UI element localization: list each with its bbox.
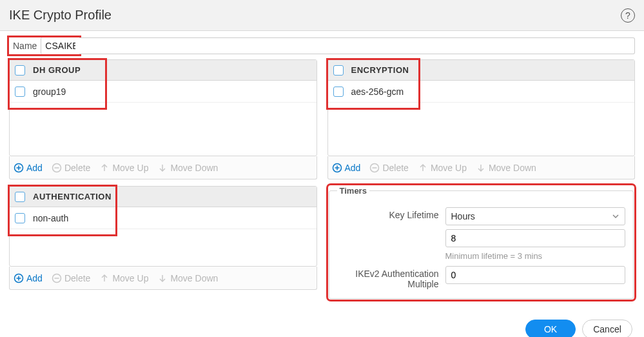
name-field[interactable] [41,37,79,54]
help-icon[interactable]: ? [621,8,635,23]
dh-group-header-label: DH Group [33,65,81,75]
ikev2-auth-multiple-input[interactable] [445,266,626,284]
move-down-button[interactable]: Move Down [157,163,218,173]
delete-button[interactable]: Delete [52,163,90,173]
arrow-up-icon [99,163,110,173]
encryption-header-label: Encryption [351,65,409,75]
arrow-up-icon [99,273,110,283]
dh-group-header[interactable]: DH Group [10,60,317,81]
add-button[interactable]: Add [332,163,361,173]
name-label: Name [9,38,41,54]
minus-circle-icon [369,163,380,173]
key-lifetime-value-input[interactable] [445,229,626,247]
authentication-list: Authentication non-auth [9,186,317,267]
arrow-up-icon [418,163,428,173]
list-item-label: aes-256-gcm [351,87,404,97]
checkbox-icon[interactable] [333,87,344,97]
timers-legend: Timers [337,186,369,196]
minus-circle-icon [52,163,62,173]
list-item[interactable]: group19 [10,81,317,103]
move-up-button[interactable]: Move Up [99,163,148,173]
move-down-button[interactable]: Move Down [476,163,536,173]
key-lifetime-unit-value: Hours [451,211,475,221]
arrow-down-icon [157,273,168,283]
move-up-button[interactable]: Move Up [418,163,467,173]
ok-button[interactable]: OK [525,320,576,337]
checkbox-icon[interactable] [333,65,344,76]
key-lifetime-hint: Minimum lifetime = 3 mins [445,251,626,261]
encryption-header[interactable]: Encryption [328,60,635,81]
checkbox-icon[interactable] [15,65,25,76]
list-item[interactable]: aes-256-gcm [328,81,635,103]
add-button[interactable]: Add [14,273,43,283]
arrow-down-icon [476,163,486,173]
plus-circle-icon [332,163,342,173]
list-item-label: group19 [33,87,66,97]
authentication-header-label: Authentication [33,192,112,201]
checkbox-icon[interactable] [15,192,25,202]
authentication-header[interactable]: Authentication [10,187,317,207]
list-item[interactable]: non-auth [10,207,317,229]
key-lifetime-unit-select[interactable]: Hours [445,207,626,225]
move-down-button[interactable]: Move Down [157,273,218,283]
name-field-continuation[interactable] [79,37,635,54]
delete-button[interactable]: Delete [52,273,90,283]
list-item-label: non-auth [33,213,68,223]
move-up-button[interactable]: Move Up [99,273,148,283]
enc-toolbar: Add Delete Move Up [327,156,636,179]
ikev2-auth-multiple-label: IKEv2 Authentication Multiple [337,266,445,289]
arrow-down-icon [157,163,168,173]
checkbox-icon[interactable] [15,213,25,223]
checkbox-icon[interactable] [15,87,25,97]
dialog-title: IKE Crypto Profile [9,8,112,23]
dh-toolbar: Add Delete Move Up [9,156,317,179]
minus-circle-icon [52,273,62,283]
encryption-list: Encryption aes-256-gcm [327,59,636,156]
delete-button[interactable]: Delete [369,163,408,173]
dh-group-list: DH Group group19 [9,59,317,156]
auth-toolbar: Add Delete Move Up [9,267,317,290]
add-button[interactable]: Add [14,163,43,173]
plus-circle-icon [14,163,24,173]
cancel-button[interactable]: Cancel [582,320,632,337]
timers-section: Timers Key Lifetime Hours Minimum lifeti… [329,186,634,299]
plus-circle-icon [14,273,24,283]
key-lifetime-label: Key Lifetime [337,207,445,220]
chevron-down-icon [612,212,620,220]
